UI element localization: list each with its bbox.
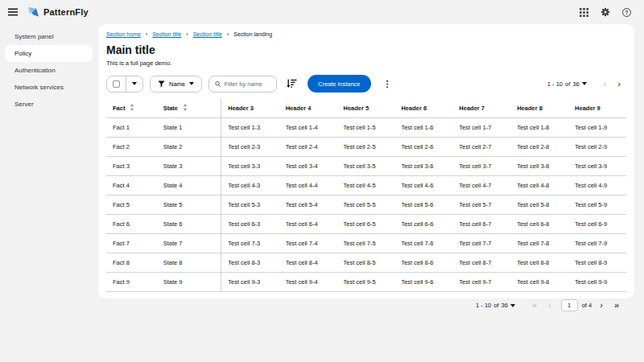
filter-by-name-input[interactable] xyxy=(225,80,271,88)
sidebar-item-server[interactable]: Server xyxy=(5,96,93,113)
table-cell: Test cell 4-9 xyxy=(568,176,626,195)
column-header-header-9: Header 9 xyxy=(568,98,626,118)
breadcrumb-link[interactable]: Section title xyxy=(193,31,222,37)
sidebar-item-authentication[interactable]: Authentication xyxy=(5,62,93,79)
table-cell: State 8 xyxy=(157,253,221,273)
table-cell: Fact 8 xyxy=(106,253,157,273)
table-cell: State 2 xyxy=(157,138,221,157)
table-cell: Test cell 5-8 xyxy=(510,195,568,215)
table-cell: Test cell 6-7 xyxy=(452,215,510,234)
table-cell: Test cell 8-4 xyxy=(279,253,337,273)
column-header-header-4: Header 4 xyxy=(279,98,337,118)
previous-page-button[interactable]: ‹ xyxy=(598,80,613,88)
next-page-button[interactable]: › xyxy=(594,301,609,310)
table-cell: Test cell 4-6 xyxy=(394,176,452,195)
name-filter-dropdown[interactable]: Name xyxy=(150,76,202,93)
current-page-input[interactable] xyxy=(561,299,578,311)
patternfly-logo-text: PatternFly xyxy=(43,7,89,17)
pagination-menu-toggle[interactable]: 1 - 10 of 36 xyxy=(473,302,518,309)
column-header-header-5: Header 5 xyxy=(337,98,395,118)
sidebar-nav: System panelPolicyAuthenticationNetwork … xyxy=(0,28,97,113)
table-cell: Test cell 5-5 xyxy=(337,195,395,215)
table-cell: Test cell 8-6 xyxy=(394,253,452,273)
caret-down-icon xyxy=(189,82,194,85)
table-cell: Test cell 3-4 xyxy=(279,157,337,176)
sidebar-item-system-panel[interactable]: System panel xyxy=(5,28,93,45)
table-cell: Test cell 5-7 xyxy=(452,195,510,215)
pagination-menu-toggle[interactable]: 1 - 10 of 36 xyxy=(544,80,590,88)
table-cell: Test cell 6-8 xyxy=(510,215,568,234)
column-header-label: Header 5 xyxy=(344,105,369,112)
bulk-select-dropdown-toggle[interactable] xyxy=(126,76,142,92)
table-cell: Test cell 2-4 xyxy=(279,138,337,157)
table-cell: Test cell 2-7 xyxy=(452,138,510,157)
last-page-button[interactable]: » xyxy=(609,301,625,310)
question-circle-icon[interactable]: ? xyxy=(622,8,631,17)
data-table: FactStateHeader 3Header 4Header 5Header … xyxy=(106,98,626,292)
sort-icon[interactable] xyxy=(286,76,299,92)
column-sort-icon xyxy=(183,104,188,111)
patternfly-logo: PatternFly xyxy=(27,6,89,18)
hamburger-icon[interactable] xyxy=(8,8,18,16)
table-cell: Fact 4 xyxy=(106,176,157,195)
table-cell: Test cell 9-8 xyxy=(510,273,568,292)
table-cell: Fact 9 xyxy=(106,273,157,292)
breadcrumb-link[interactable]: Section home xyxy=(106,31,141,37)
name-filter-label: Name xyxy=(169,80,185,88)
table-row: Fact 2State 2Test cell 2-3Test cell 2-4T… xyxy=(106,138,626,157)
previous-page-button[interactable]: ‹ xyxy=(543,301,557,310)
gear-icon[interactable] xyxy=(601,7,610,17)
breadcrumb-current: Section landing xyxy=(233,31,272,37)
table-cell: State 3 xyxy=(157,157,221,176)
table-cell: Test cell 4-4 xyxy=(279,176,337,195)
pagination-bottom: 1 - 10 of 36 « ‹ of 4 › » xyxy=(106,292,626,311)
toolbar: Name Create instance ⋮ xyxy=(106,75,626,93)
table-cell: Test cell 3-9 xyxy=(568,157,626,176)
breadcrumb-link[interactable]: Section title xyxy=(152,31,181,37)
masthead-utilities: ? xyxy=(580,7,631,17)
table-cell: State 7 xyxy=(157,234,221,253)
table-cell: Test cell 9-3 xyxy=(221,273,279,292)
content-card: Section home›Section title›Section title… xyxy=(98,24,634,298)
page-subtitle: This is a full page demo. xyxy=(106,60,626,67)
column-header-label: Fact xyxy=(113,105,125,112)
table-cell: Test cell 5-3 xyxy=(221,195,279,215)
table-cell: Test cell 1-9 xyxy=(568,118,626,138)
pagination-of-word: of xyxy=(493,302,498,309)
table-cell: State 1 xyxy=(157,118,221,138)
table-cell: Test cell 7-5 xyxy=(337,234,395,253)
bulk-select-split-button xyxy=(106,76,143,93)
kebab-menu-icon[interactable]: ⋮ xyxy=(381,80,394,88)
table-cell: Test cell 3-8 xyxy=(510,157,568,176)
breadcrumb-separator-icon: › xyxy=(146,31,147,37)
sidebar-item-network-services[interactable]: Network services xyxy=(5,79,93,96)
next-page-button[interactable]: › xyxy=(612,80,626,88)
table-cell: Test cell 9-6 xyxy=(394,273,452,292)
table-cell: Test cell 4-5 xyxy=(337,176,395,195)
table-cell: Test cell 1-3 xyxy=(221,118,279,138)
breadcrumb-separator-icon: › xyxy=(186,31,188,37)
table-cell: Test cell 8-9 xyxy=(568,253,626,273)
table-cell: Test cell 7-6 xyxy=(394,234,452,253)
table-cell: Test cell 8-7 xyxy=(452,253,510,273)
column-header-state[interactable]: State xyxy=(157,98,221,118)
sidebar: System panelPolicyAuthenticationNetwork … xyxy=(0,24,97,362)
total-pages-label: of 4 xyxy=(582,302,592,309)
table-cell: Test cell 5-4 xyxy=(279,195,337,215)
pagination-of-word: of xyxy=(565,80,570,88)
create-instance-button[interactable]: Create instance xyxy=(308,75,371,93)
table-body: Fact 1State 1Test cell 1-3Test cell 1-4T… xyxy=(106,118,626,292)
column-header-fact[interactable]: Fact xyxy=(106,98,157,118)
bulk-select-checkbox[interactable] xyxy=(107,76,126,92)
table-cell: Test cell 1-4 xyxy=(279,118,337,138)
table-cell: Test cell 5-9 xyxy=(568,195,626,215)
app-launcher-grid-icon[interactable] xyxy=(580,8,588,17)
column-header-label: Header 6 xyxy=(401,105,427,112)
first-page-button[interactable]: « xyxy=(526,301,543,310)
sidebar-item-policy[interactable]: Policy xyxy=(5,45,93,62)
table-cell: Test cell 2-8 xyxy=(510,138,568,157)
table-cell: Fact 7 xyxy=(106,234,157,253)
column-header-label: Header 9 xyxy=(575,105,601,112)
table-cell: Test cell 3-7 xyxy=(452,157,510,176)
table-cell: Test cell 7-3 xyxy=(221,234,279,253)
